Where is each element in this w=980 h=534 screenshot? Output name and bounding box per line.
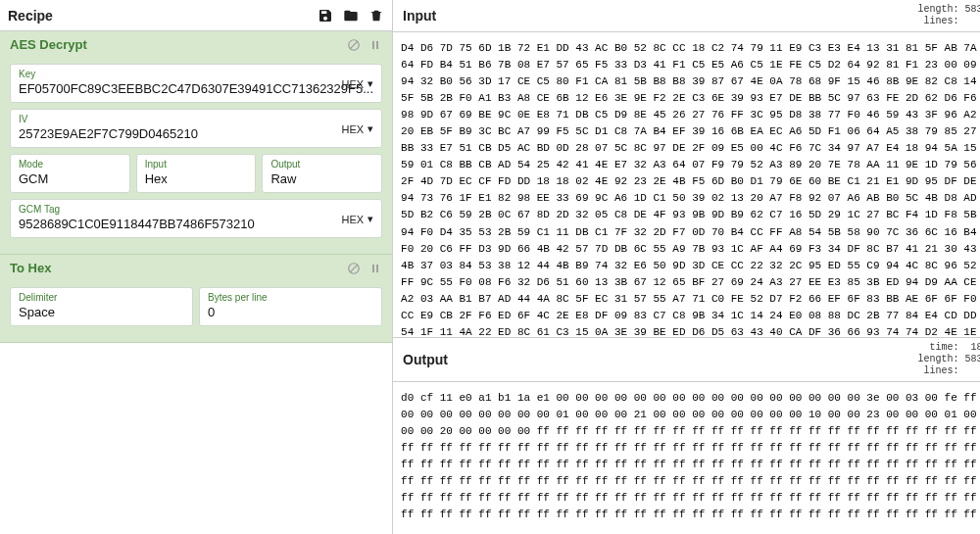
svg-line-5 <box>350 264 358 271</box>
pause-icon[interactable] <box>368 38 382 52</box>
bpl-field[interactable]: Bytes per line 0 <box>199 287 382 326</box>
key-format-select[interactable]: HEX▾ <box>341 77 373 90</box>
chevron-down-icon: ▾ <box>368 213 373 225</box>
bpl-label: Bytes per line <box>208 292 373 303</box>
key-value: EF05700FC89C3EEBBC2C47D6307E39491CC71362… <box>19 81 373 96</box>
trash-icon[interactable] <box>368 8 384 24</box>
delimiter-value: Space <box>19 305 184 319</box>
svg-rect-2 <box>372 40 374 48</box>
recipe-title: Recipe <box>8 8 318 24</box>
mode-field[interactable]: Mode GCM <box>10 154 130 193</box>
io-panel: Input length: 58367 lines: 1 D4 D6 7D 75… <box>393 0 980 534</box>
gcm-value: 9528689C1C0E9118447BB7486F573210 <box>19 217 373 231</box>
iv-field[interactable]: IV 25723E9AE2F7C799D0465210 HEX▾ <box>10 109 382 148</box>
gcm-field[interactable]: GCM Tag 9528689C1C0E9118447BB7486F573210… <box>10 199 382 238</box>
operation-name: To Hex <box>10 261 347 275</box>
svg-rect-3 <box>376 40 378 48</box>
output-hex-view[interactable]: d0 cf 11 e0 a1 b1 1a e1 00 00 00 00 00 0… <box>393 382 980 534</box>
pause-icon[interactable] <box>368 262 382 275</box>
input-enc-value: Hex <box>145 171 248 186</box>
input-enc-field[interactable]: Input Hex <box>136 154 257 193</box>
input-meta: length: 58367 lines: 1 <box>917 4 980 27</box>
output-enc-value: Raw <box>270 171 373 186</box>
key-field[interactable]: Key EF05700FC89C3EEBBC2C47D6307E39491CC7… <box>10 64 382 103</box>
chevron-down-icon: ▾ <box>368 77 373 90</box>
iv-label: IV <box>19 114 373 124</box>
delimiter-label: Delimiter <box>19 292 184 303</box>
svg-rect-7 <box>376 264 378 271</box>
operation-name: AES Decrypt <box>10 37 347 52</box>
iv-format-select[interactable]: HEX▾ <box>341 122 373 135</box>
chevron-down-icon: ▾ <box>368 122 373 135</box>
svg-line-1 <box>350 40 358 48</box>
disable-icon[interactable] <box>347 38 361 52</box>
gcm-label: GCM Tag <box>19 204 373 215</box>
input-hex-view[interactable]: D4 D6 7D 75 6D 1B 72 E1 DD 43 AC B0 52 8… <box>393 32 980 337</box>
svg-rect-6 <box>372 264 374 271</box>
key-label: Key <box>19 69 373 79</box>
operation-aes-decrypt: AES Decrypt Key EF05700FC89C3EEBBC2C47D6… <box>0 31 392 255</box>
input-title: Input <box>403 8 917 24</box>
output-title: Output <box>403 352 917 367</box>
gcm-format-select[interactable]: HEX▾ <box>341 213 373 225</box>
iv-value: 25723E9AE2F7C799D0465210 <box>19 126 373 141</box>
save-icon[interactable] <box>318 8 333 24</box>
output-enc-label: Output <box>270 159 373 170</box>
folder-icon[interactable] <box>343 8 359 24</box>
output-meta: time: 18ms length: 58367 lines: 1 <box>917 342 980 377</box>
input-enc-label: Input <box>145 159 248 170</box>
delimiter-field[interactable]: Delimiter Space <box>10 287 193 326</box>
bpl-value: 0 <box>208 305 373 319</box>
mode-label: Mode <box>19 159 122 170</box>
output-enc-field[interactable]: Output Raw <box>262 154 382 193</box>
recipe-panel: Recipe AES Decrypt Key EF05700FC89C <box>0 0 393 534</box>
mode-value: GCM <box>19 171 122 186</box>
operation-to-hex: To Hex Delimiter Space Bytes per line 0 <box>0 255 392 343</box>
disable-icon[interactable] <box>347 262 361 275</box>
